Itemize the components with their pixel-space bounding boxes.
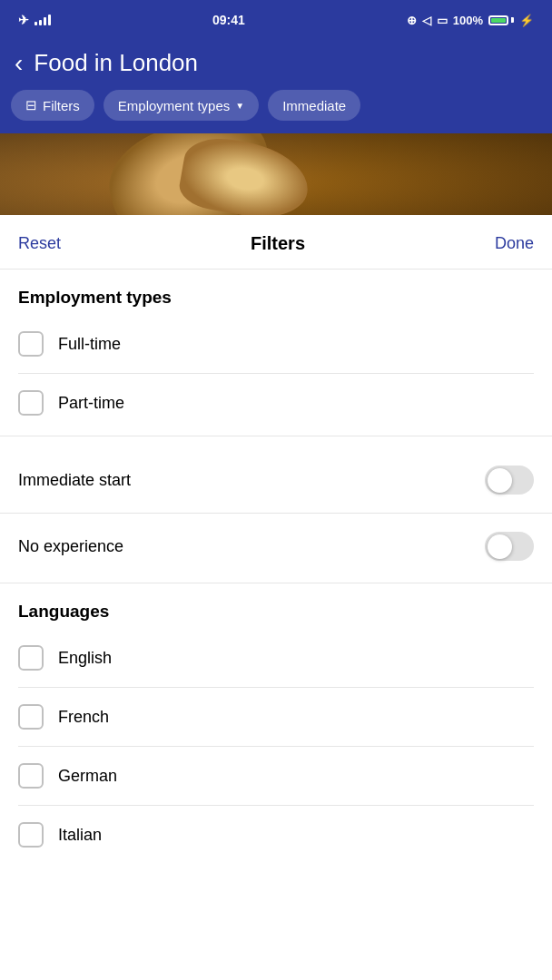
airplane-icon: ✈ [18,13,29,27]
divider-lang-1 [18,687,534,688]
parttime-checkbox[interactable] [18,390,44,416]
fulltime-checkbox-row[interactable]: Full-time [18,322,534,366]
german-label: German [58,767,117,786]
fulltime-checkbox[interactable] [18,331,44,357]
parttime-checkbox-row[interactable]: Part-time [18,381,534,425]
filter-tab-employment[interactable]: Employment types ▼ [104,90,259,121]
languages-heading: Languages [18,602,534,622]
immediate-tab-label: Immediate [282,98,346,113]
english-label: English [58,649,112,668]
divider-lang-2 [18,746,534,747]
fulltime-label: Full-time [58,335,121,354]
filter-tabs: ⊟ Filters Employment types ▼ Immediate [0,90,552,133]
battery-icon [488,15,514,25]
no-experience-row: No experience [0,514,552,579]
toggle-knob-1 [488,468,512,493]
employment-types-section: Employment types Full-time Part-time [0,270,552,425]
no-experience-label: No experience [18,537,123,556]
reset-button[interactable]: Reset [18,234,61,253]
location-icon: ⊕ [407,14,417,27]
chevron-down-icon: ▼ [235,101,244,111]
page-title: Food in London [34,49,198,77]
english-checkbox-row[interactable]: English [18,636,534,680]
signal-icon [34,15,51,25]
filter-icon: ⊟ [25,97,37,113]
french-label: French [58,708,109,727]
employment-tab-label: Employment types [118,98,230,113]
italian-label: Italian [58,826,102,845]
section-divider-1 [0,436,552,436]
sheet-header: Reset Filters Done [0,215,552,270]
no-experience-toggle[interactable] [485,532,534,561]
italian-checkbox-row[interactable]: Italian [18,813,534,857]
german-checkbox-row[interactable]: German [18,754,534,798]
immediate-start-label: Immediate start [18,471,131,490]
status-bar: ✈ 09:41 ⊕ ◁ ▭ 100% ⚡ [0,0,552,40]
sheet-title: Filters [251,233,305,254]
toggle-knob-2 [488,534,512,559]
filter-tab-immediate[interactable]: Immediate [268,90,360,121]
screen-icon: ▭ [437,14,448,27]
italian-checkbox[interactable] [18,822,44,848]
employment-types-heading: Employment types [18,288,534,308]
filter-tab-filters[interactable]: ⊟ Filters [11,90,94,121]
filter-sheet: Reset Filters Done Employment types Full… [0,215,552,868]
done-button[interactable]: Done [495,234,534,253]
immediate-start-toggle[interactable] [485,466,534,495]
navigation-icon: ◁ [422,14,431,27]
immediate-start-row: Immediate start [0,447,552,514]
back-button[interactable]: ‹ [15,51,23,76]
french-checkbox-row[interactable]: French [18,695,534,739]
english-checkbox[interactable] [18,645,44,671]
battery-percent: 100% [453,14,483,27]
filter-tab-label: Filters [43,98,80,113]
divider-lang-3 [18,805,534,806]
clock: 09:41 [212,13,245,27]
parttime-label: Part-time [58,394,124,413]
charging-icon: ⚡ [519,14,534,27]
languages-section: Languages English French German Italian [0,583,552,857]
top-nav: ‹ Food in London [0,40,552,90]
french-checkbox[interactable] [18,704,44,730]
food-image [0,133,552,215]
divider-1 [18,373,534,374]
german-checkbox[interactable] [18,763,44,789]
